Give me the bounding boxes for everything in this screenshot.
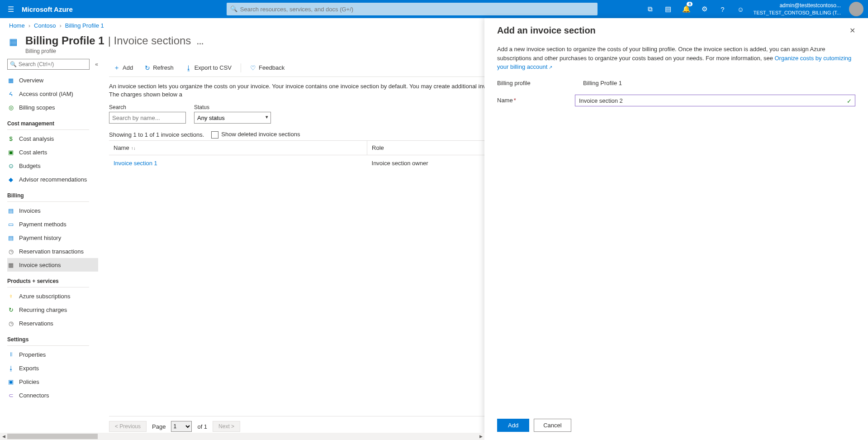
sidebar-item-label: Invoices: [19, 207, 41, 214]
search-filter-label: Search: [109, 104, 186, 110]
sidebar-group-header: Cost management: [7, 120, 98, 127]
valid-check-icon: ✓: [847, 97, 852, 106]
breadcrumb-item[interactable]: Contoso: [34, 22, 56, 29]
sidebar-item-label: Overview: [19, 77, 43, 84]
sidebar-item-icon: ◎: [7, 104, 14, 111]
col-name[interactable]: Name↑↓: [109, 140, 367, 155]
sidebar-item[interactable]: $Cost analysis: [7, 132, 98, 145]
horizontal-scrollbar[interactable]: ◀ ▶: [0, 433, 484, 440]
settings-gear-icon[interactable]: ⚙: [695, 0, 713, 18]
sidebar-item[interactable]: ◷Reservations: [7, 316, 98, 330]
checkbox-icon: [211, 131, 218, 139]
prev-page-button[interactable]: < Previous: [109, 421, 147, 432]
refresh-button[interactable]: ↻Refresh: [140, 61, 178, 75]
panel-title: Add an invoice section: [497, 25, 596, 36]
breadcrumb-item[interactable]: Billing Profile 1: [65, 22, 104, 29]
avatar[interactable]: [849, 2, 863, 16]
sidebar-item-label: Payment history: [19, 234, 61, 241]
notifications-icon[interactable]: 🔔8: [677, 0, 695, 18]
directory-filter-icon[interactable]: ▤: [659, 0, 677, 18]
sidebar-group-header: Products + services: [7, 278, 98, 284]
sidebar-item-label: Azure subscriptions: [19, 293, 70, 300]
sidebar-item-icon: ▦: [7, 77, 14, 84]
sidebar-item[interactable]: ▤Invoices: [7, 204, 98, 217]
help-icon[interactable]: ?: [713, 0, 731, 18]
hamburger-icon[interactable]: ☰: [0, 5, 22, 14]
sidebar-item[interactable]: ▦Overview: [7, 73, 98, 87]
sidebar-search-row: 🔍 «: [7, 59, 98, 70]
sidebar-item-label: Reservation transactions: [19, 248, 84, 255]
next-page-button[interactable]: Next >: [213, 421, 240, 432]
sidebar-item[interactable]: ◷Reservation transactions: [7, 244, 98, 258]
page-select[interactable]: 1: [171, 421, 192, 432]
global-search[interactable]: 🔍: [227, 3, 598, 15]
sidebar-item[interactable]: ↻Recurring charges: [7, 303, 98, 316]
global-search-input[interactable]: [227, 3, 598, 15]
cancel-button[interactable]: Cancel: [534, 419, 571, 432]
feedback-icon[interactable]: ☺: [731, 0, 749, 18]
sidebar-item[interactable]: ⭳Exports: [7, 361, 98, 375]
name-label: Name: [497, 97, 513, 104]
sidebar-item-icon: ⊙: [7, 163, 14, 169]
external-link-icon: ↗: [549, 65, 552, 70]
download-icon: ⭳: [185, 64, 192, 72]
sidebar-item[interactable]: ⦀Properties: [7, 348, 98, 361]
scroll-left-icon[interactable]: ◀: [0, 433, 7, 440]
page-title-sub: Invoice sections: [114, 34, 191, 47]
refresh-icon: ↻: [145, 64, 150, 72]
add-button[interactable]: ＋Add: [109, 61, 138, 75]
resource-icon: ▦: [9, 36, 20, 47]
sidebar-item[interactable]: ◎Billing scopes: [7, 100, 98, 114]
sidebar-collapse-icon[interactable]: «: [95, 61, 98, 67]
more-actions-icon[interactable]: …: [196, 38, 204, 46]
name-input[interactable]: [575, 95, 855, 106]
search-filter-input[interactable]: [109, 112, 186, 124]
scroll-thumb[interactable]: [7, 434, 98, 439]
page-total: of 1: [197, 423, 207, 430]
sidebar-item[interactable]: ▤Payment history: [7, 231, 98, 244]
sidebar-item-icon: ⊂: [7, 392, 14, 399]
sidebar-item[interactable]: ♀Azure subscriptions: [7, 289, 98, 303]
sidebar-item-label: Recurring charges: [19, 306, 67, 313]
sidebar-item[interactable]: ⊙Budgets: [7, 159, 98, 172]
page-subtitle: Billing profile: [25, 48, 204, 54]
export-csv-button[interactable]: ⭳Export to CSV: [181, 61, 236, 75]
sidebar-item[interactable]: ▭Payment methods: [7, 217, 98, 231]
sidebar-item[interactable]: ▣Cost alerts: [7, 145, 98, 159]
feedback-button[interactable]: ♡Feedback: [246, 61, 289, 75]
sidebar-item-icon: ᔦ: [7, 91, 14, 97]
add-submit-button[interactable]: Add: [497, 419, 529, 432]
sidebar-item-icon: ◷: [7, 248, 14, 255]
show-deleted-toggle[interactable]: Show deleted invoice sections: [211, 131, 300, 139]
account-email: admin@testtestcontoso...: [753, 2, 841, 10]
sidebar-item-icon: ▦: [7, 262, 14, 268]
sidebar: 🔍 « ▦OverviewᔦAccess control (IAM)◎Billi…: [0, 59, 102, 440]
sidebar-item-icon: $: [7, 135, 14, 142]
cloud-shell-icon[interactable]: ⧉: [641, 0, 659, 18]
page-title: Billing Profile 1 | Invoice sections …: [25, 34, 204, 47]
breadcrumb-item[interactable]: Home: [9, 22, 25, 29]
sidebar-item-label: Cost alerts: [19, 149, 47, 156]
sidebar-item-icon: ♀: [7, 293, 14, 300]
scroll-right-icon[interactable]: ▶: [477, 433, 484, 440]
sidebar-item-icon: ◷: [7, 320, 14, 327]
invoice-section-link[interactable]: Invoice section 1: [114, 160, 157, 167]
account-info[interactable]: admin@testtestcontoso... TEST_TEST_CONTO…: [749, 2, 844, 16]
sidebar-item[interactable]: ⊂Connectors: [7, 388, 98, 402]
sidebar-item[interactable]: ▣Policies: [7, 375, 98, 388]
sidebar-item[interactable]: ᔦAccess control (IAM): [7, 87, 98, 100]
status-filter-select[interactable]: Any status: [194, 112, 271, 124]
sidebar-item-label: Invoice sections: [19, 262, 61, 268]
sidebar-group-header: Billing: [7, 192, 98, 199]
sidebar-item-label: Properties: [19, 351, 46, 358]
sidebar-item-icon: ⭳: [7, 365, 14, 372]
sidebar-item-label: Policies: [19, 378, 39, 385]
sidebar-item-label: Payment methods: [19, 221, 66, 228]
sidebar-item[interactable]: ◆Advisor recommendations: [7, 172, 98, 186]
close-icon[interactable]: ✕: [849, 26, 855, 35]
brand-label[interactable]: Microsoft Azure: [22, 5, 82, 13]
sidebar-item-icon: ▤: [7, 234, 14, 241]
sidebar-search-input[interactable]: [7, 59, 90, 70]
sort-icon: ↑↓: [131, 146, 136, 151]
sidebar-item[interactable]: ▦Invoice sections: [7, 258, 98, 272]
